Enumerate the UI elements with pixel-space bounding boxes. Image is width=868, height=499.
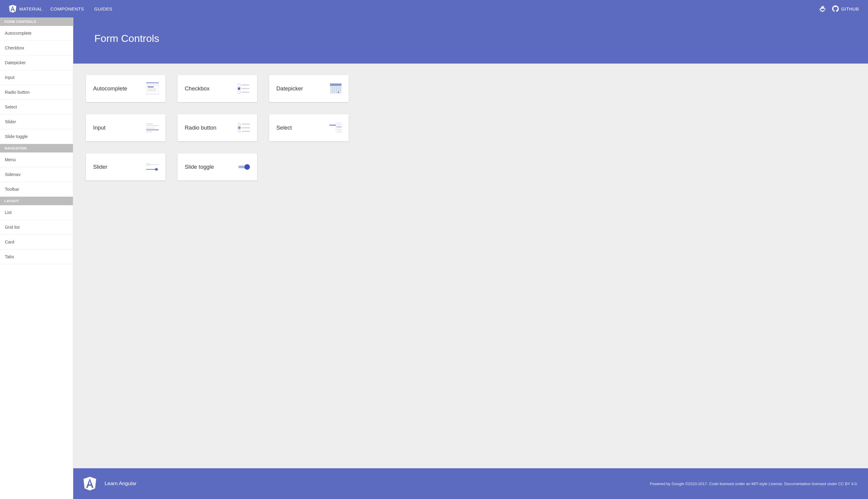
- svg-rect-31: [146, 130, 159, 130]
- datepicker-icon: [329, 83, 342, 95]
- svg-point-21: [336, 90, 337, 90]
- autocomplete-icon: [146, 83, 159, 95]
- svg-point-23: [340, 90, 341, 90]
- paint-bucket-icon: [819, 5, 826, 12]
- page-hero: Form Controls: [73, 17, 868, 64]
- svg-rect-11: [241, 92, 249, 93]
- svg-point-51: [155, 168, 158, 171]
- sidebar-section-form-controls: FORM CONTROLS: [0, 17, 73, 26]
- sidebar-item-sidenav[interactable]: Sidenav: [0, 167, 73, 182]
- sidebar-item-menu[interactable]: Menu: [0, 153, 73, 167]
- card-label: Checkbox: [185, 85, 209, 92]
- slider-icon: [146, 161, 159, 173]
- github-link[interactable]: GITHUB: [832, 5, 859, 12]
- component-card-grid: Autocomplete Checkbox: [73, 64, 868, 192]
- svg-point-33: [238, 123, 241, 125]
- sidebar-item-input[interactable]: Input: [0, 70, 73, 85]
- svg-rect-46: [337, 131, 341, 131]
- sidebar-item-slider[interactable]: Slider: [0, 114, 73, 129]
- svg-rect-3: [148, 86, 154, 87]
- sidebar-item-list[interactable]: List: [0, 205, 73, 220]
- theme-picker-button[interactable]: [819, 5, 826, 12]
- card-input[interactable]: Input: [86, 114, 166, 141]
- card-slider[interactable]: Slider: [86, 154, 166, 181]
- footer-learn-label: Learn Angular: [105, 480, 136, 487]
- svg-rect-4: [148, 88, 156, 89]
- card-label: Autocomplete: [93, 85, 127, 92]
- sidebar-item-radio-button[interactable]: Radio button: [0, 85, 73, 100]
- svg-rect-44: [337, 126, 341, 127]
- svg-point-38: [238, 130, 241, 133]
- input-icon: [146, 122, 159, 134]
- svg-rect-8: [238, 87, 240, 90]
- svg-point-53: [244, 164, 250, 170]
- svg-point-22: [338, 90, 339, 90]
- svg-rect-12: [330, 84, 341, 86]
- sidebar-item-grid-list[interactable]: Grid list: [0, 220, 73, 235]
- top-nav: COMPONENTS GUIDES: [50, 6, 112, 11]
- svg-point-18: [340, 88, 341, 88]
- card-checkbox[interactable]: Checkbox: [178, 75, 257, 102]
- card-datepicker[interactable]: Datepicker: [269, 75, 349, 102]
- radio-icon: [238, 122, 250, 134]
- svg-rect-9: [241, 88, 249, 89]
- sidebar-section-navigation: NAVIGATION: [0, 144, 73, 153]
- card-label: Slide toggle: [185, 163, 214, 170]
- svg-rect-32: [146, 131, 151, 132]
- sidebar-item-select[interactable]: Select: [0, 100, 73, 114]
- card-label: Select: [277, 124, 292, 131]
- page-title: Form Controls: [94, 33, 847, 44]
- svg-rect-13: [330, 86, 341, 94]
- svg-rect-39: [242, 131, 250, 132]
- sidebar-item-toolbar[interactable]: Toolbar: [0, 182, 73, 197]
- svg-point-24: [332, 92, 332, 93]
- sidebar-section-layout: LAYOUT: [0, 197, 73, 205]
- nav-guides[interactable]: GUIDES: [94, 6, 112, 11]
- svg-rect-30: [146, 128, 155, 129]
- svg-rect-6: [238, 84, 240, 86]
- svg-rect-34: [242, 123, 250, 125]
- svg-point-16: [336, 88, 337, 88]
- svg-rect-10: [238, 91, 240, 94]
- sidebar-item-card[interactable]: Card: [0, 235, 73, 250]
- sidebar-item-datepicker[interactable]: Datepicker: [0, 56, 73, 70]
- svg-rect-2: [146, 85, 159, 94]
- svg-point-19: [332, 90, 332, 90]
- footer: Learn Angular Powered by Google ©2010-20…: [73, 468, 868, 499]
- svg-rect-45: [337, 129, 341, 130]
- svg-rect-28: [146, 123, 153, 124]
- card-autocomplete[interactable]: Autocomplete: [86, 75, 166, 102]
- svg-rect-1: [146, 83, 159, 83]
- card-label: Input: [93, 124, 106, 131]
- card-label: Datepicker: [277, 85, 303, 92]
- sidebar-item-checkbox[interactable]: Checkbox: [0, 41, 73, 56]
- svg-point-48: [147, 163, 149, 166]
- card-slide-toggle[interactable]: Slide toggle: [178, 154, 257, 181]
- svg-point-15: [334, 88, 334, 88]
- sidebar-item-autocomplete[interactable]: Autocomplete: [0, 26, 73, 41]
- card-radio-button[interactable]: Radio button: [178, 114, 257, 141]
- sidebar-item-slide-toggle[interactable]: Slide toggle: [0, 129, 73, 144]
- main-content: Form Controls Autocomplete Checkbox: [73, 17, 868, 499]
- brand[interactable]: MATERIAL: [9, 5, 42, 13]
- svg-point-25: [334, 92, 334, 93]
- nav-components[interactable]: COMPONENTS: [50, 6, 84, 11]
- svg-rect-29: [146, 125, 159, 126]
- card-label: Radio button: [185, 124, 216, 131]
- slide-toggle-icon: [238, 161, 250, 173]
- footer-brand-link[interactable]: Learn Angular: [84, 477, 136, 490]
- sidebar-item-tabs[interactable]: Tabs: [0, 250, 73, 264]
- svg-rect-0: [820, 11, 824, 11]
- footer-legal-text: Powered by Google ©2010-2017. Code licen…: [650, 482, 858, 486]
- svg-rect-43: [337, 124, 341, 125]
- card-select[interactable]: Select: [269, 114, 349, 141]
- topbar: MATERIAL COMPONENTS GUIDES GITHUB: [0, 0, 868, 17]
- sidebar: FORM CONTROLS Autocomplete Checkbox Date…: [0, 17, 73, 499]
- svg-rect-7: [241, 84, 249, 86]
- angular-logo-icon: [84, 477, 96, 490]
- brand-name: MATERIAL: [19, 6, 42, 11]
- angular-logo-icon: [9, 5, 16, 13]
- checkbox-icon: [238, 83, 250, 95]
- card-label: Slider: [93, 163, 107, 170]
- topbar-right: GITHUB: [819, 5, 859, 12]
